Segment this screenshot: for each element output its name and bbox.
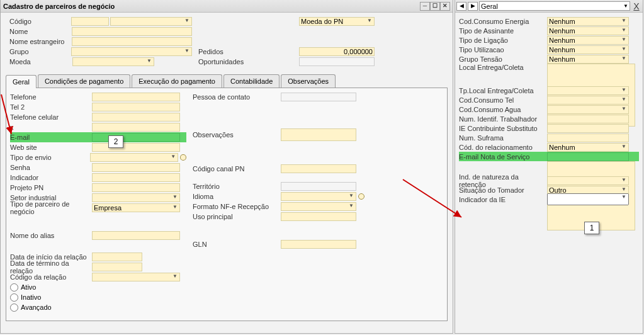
tab-observacoes[interactable]: Observações bbox=[281, 74, 336, 88]
indicador-input[interactable] bbox=[92, 173, 180, 182]
tipo-ligacao-combo[interactable] bbox=[547, 36, 629, 45]
email-nota-input[interactable] bbox=[547, 152, 629, 161]
inativo-label: Inativo bbox=[21, 293, 41, 301]
nome-input[interactable] bbox=[72, 27, 192, 36]
nav-next-button[interactable]: ▶ bbox=[468, 2, 478, 11]
grupo-label: Grupo bbox=[9, 48, 71, 55]
data-termino-input[interactable] bbox=[92, 263, 142, 271]
oportunidades-value bbox=[299, 57, 375, 66]
tipo-parceiro-combo[interactable] bbox=[92, 203, 180, 212]
moeda-pn-combo[interactable] bbox=[299, 17, 375, 26]
maximize-button[interactable]: ☐ bbox=[430, 2, 440, 11]
tab-geral[interactable]: Geral bbox=[6, 75, 37, 88]
setor-combo[interactable] bbox=[92, 193, 180, 202]
moeda-combo[interactable] bbox=[72, 57, 154, 66]
email-row: E-mail bbox=[10, 132, 186, 142]
obs-textarea[interactable] bbox=[281, 128, 356, 141]
indicador-ie-combo[interactable] bbox=[547, 193, 629, 205]
pessoa-contato-input[interactable] bbox=[281, 93, 356, 101]
indicador-label: Indicador bbox=[10, 174, 92, 181]
tel2-label: Tel 2 bbox=[10, 103, 92, 111]
cod-tel-label: Cod.Consumo Tel bbox=[459, 96, 547, 104]
ie-contrib-input[interactable] bbox=[547, 124, 629, 133]
gln-input[interactable] bbox=[281, 240, 356, 249]
chevron-down-icon: ▼ bbox=[623, 3, 628, 9]
num-suframa-label: Num. Suframa bbox=[459, 134, 547, 142]
tipo-assinante-label: Tipo de Assinante bbox=[459, 27, 547, 35]
canal-input[interactable] bbox=[281, 164, 356, 173]
tab-contabilidade[interactable]: Contabilidade bbox=[223, 74, 280, 88]
uso-input[interactable] bbox=[281, 212, 356, 221]
senha-label: Senha bbox=[10, 164, 92, 171]
avancado-radio[interactable] bbox=[10, 304, 18, 312]
projeto-label: Projeto PN bbox=[10, 184, 92, 191]
num-suframa-input[interactable] bbox=[547, 133, 629, 142]
nome-estrangeiro-label: Nome estrangeiro bbox=[9, 38, 72, 45]
udf-panel: ◀ ▶ Geral▼ X Cod.Consumo Energia▼ Tipo d… bbox=[455, 0, 643, 334]
cod-tel-combo[interactable] bbox=[547, 96, 629, 105]
data-inicio-input[interactable] bbox=[92, 253, 142, 261]
tipo-envio-combo[interactable] bbox=[90, 153, 178, 162]
celular-label: Telefone celular bbox=[10, 113, 92, 121]
alias-label: Nome do alias bbox=[10, 232, 92, 239]
senha-input[interactable] bbox=[92, 163, 180, 172]
cod-energia-combo[interactable] bbox=[547, 17, 629, 26]
num-ident-input[interactable] bbox=[547, 115, 629, 123]
side-category-combo[interactable]: Geral▼ bbox=[479, 1, 630, 11]
email-input[interactable] bbox=[92, 133, 180, 142]
website-input[interactable] bbox=[92, 143, 180, 152]
cod-energia-label: Cod.Consumo Energia bbox=[459, 18, 547, 25]
pedidos-label: Pedidos bbox=[198, 48, 299, 55]
nome-estrangeiro-input[interactable] bbox=[72, 37, 192, 46]
tp-local-combo[interactable] bbox=[547, 86, 629, 95]
close-button[interactable]: ✕ bbox=[440, 2, 450, 11]
cod-relac-combo[interactable] bbox=[547, 143, 629, 152]
oportunidades-label: Oportunidades bbox=[198, 58, 299, 65]
codigo-type-combo[interactable] bbox=[110, 17, 192, 26]
tab-body-geral: Telefone Tel 2 Telefone celular x E-mail… bbox=[6, 88, 448, 321]
cod-agua-combo[interactable] bbox=[547, 105, 629, 114]
email-nota-row: E-mail Nota de Serviço bbox=[459, 152, 639, 161]
nfe-label: Formato NF-e Recepção bbox=[193, 203, 281, 210]
email-label: E-mail bbox=[10, 133, 92, 141]
territorio-input[interactable] bbox=[281, 182, 356, 191]
define-new-icon[interactable] bbox=[358, 193, 364, 200]
tipo-assinante-combo[interactable] bbox=[547, 26, 629, 35]
nfe-combo[interactable] bbox=[281, 202, 356, 211]
tab-execucao[interactable]: Execução do pagamento bbox=[132, 74, 222, 88]
ativo-radio[interactable] bbox=[10, 283, 18, 292]
title-bar: Cadastro de parceiros de negócio ─ ☐ ✕ bbox=[1, 0, 453, 13]
telefone-label: Telefone bbox=[10, 93, 92, 101]
tipo-ligacao-label: Tipo de Ligação bbox=[459, 37, 547, 44]
nav-prev-button[interactable]: ◀ bbox=[456, 2, 466, 11]
side-combo-text: Geral bbox=[481, 3, 498, 10]
fax-input[interactable] bbox=[92, 123, 180, 132]
celular-input[interactable] bbox=[92, 113, 180, 122]
uso-label: Uso principal bbox=[193, 213, 281, 220]
minimize-button[interactable]: ─ bbox=[420, 2, 430, 11]
codigo-relacao-label: Código da relação bbox=[10, 273, 92, 281]
gln-label: GLN bbox=[193, 241, 281, 248]
codigo-relacao-combo[interactable] bbox=[92, 273, 180, 281]
tab-condicoes[interactable]: Condições de pagamento bbox=[38, 74, 130, 88]
tel2-input[interactable] bbox=[92, 103, 180, 111]
telefone-input[interactable] bbox=[92, 93, 180, 101]
alias-input[interactable] bbox=[92, 231, 180, 240]
inativo-radio[interactable] bbox=[10, 293, 18, 302]
grupo-combo[interactable] bbox=[71, 47, 192, 56]
grupo-tensao-combo[interactable] bbox=[547, 55, 629, 64]
side-close-button[interactable]: X bbox=[631, 2, 641, 11]
codigo-label: Código bbox=[9, 18, 71, 25]
define-new-icon[interactable] bbox=[180, 154, 186, 161]
projeto-input[interactable] bbox=[92, 183, 180, 192]
header-form: Código ▼ Nome Nome estrangeiro Grupo ▼ M… bbox=[1, 13, 453, 69]
tab-strip: Geral Condições de pagamento Execução do… bbox=[6, 74, 448, 88]
idioma-combo[interactable] bbox=[281, 192, 356, 201]
codigo-input[interactable] bbox=[71, 17, 109, 26]
idioma-label: Idioma bbox=[193, 193, 281, 200]
ie-contrib-label: IE Contribuinte Substituto bbox=[459, 125, 547, 132]
tipo-utilizacao-combo[interactable] bbox=[547, 45, 629, 54]
ind-natureza-combo[interactable] bbox=[547, 176, 629, 185]
email-nota-label: E-mail Nota de Serviço bbox=[459, 153, 547, 161]
data-termino-label: Data de término da relação bbox=[10, 259, 92, 275]
